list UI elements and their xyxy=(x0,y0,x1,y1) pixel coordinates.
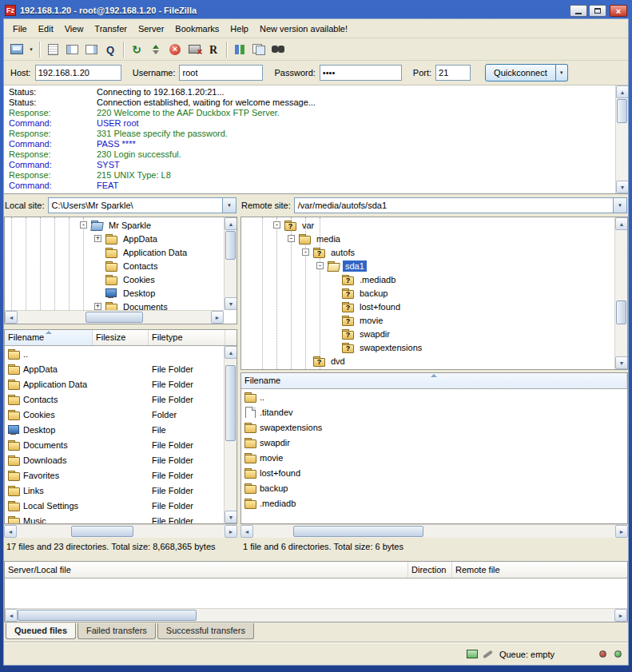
remote-tree-item[interactable]: dvd xyxy=(241,354,627,368)
remote-list-horizontal-scrollbar[interactable] xyxy=(240,524,628,538)
tree-expander-icon[interactable]: - xyxy=(288,235,295,242)
local-file-row[interactable]: Desktop File xyxy=(5,422,224,437)
scroll-up-icon[interactable] xyxy=(225,217,237,230)
remote-tree-item[interactable]: - autofs xyxy=(241,245,627,259)
local-tree-item[interactable]: - Mr Sparkle xyxy=(5,218,237,232)
new-version-notice[interactable]: New version available! xyxy=(254,22,353,36)
scroll-up-icon[interactable] xyxy=(616,85,628,98)
queue-horizontal-scrollbar[interactable] xyxy=(5,608,627,622)
queue-tab[interactable]: Successful transfers xyxy=(157,623,254,639)
queue-tab[interactable]: Failed transfers xyxy=(78,623,156,639)
menu-item[interactable]: Bookmarks xyxy=(169,22,225,36)
local-tree-item[interactable]: + AppData xyxy=(5,232,237,245)
scroll-right-icon[interactable] xyxy=(614,609,627,622)
local-tree-vertical-scrollbar[interactable] xyxy=(224,217,237,310)
menu-item[interactable]: Edit xyxy=(33,22,59,36)
remote-file-row[interactable]: .. xyxy=(241,389,627,404)
synchronized-browsing-button[interactable] xyxy=(249,41,268,58)
message-log-toggle-button[interactable] xyxy=(43,41,62,58)
scroll-left-icon[interactable] xyxy=(240,525,253,538)
scroll-thumb[interactable] xyxy=(85,312,144,323)
log-scroll-track[interactable] xyxy=(616,98,628,181)
scroll-left-icon[interactable] xyxy=(5,609,18,622)
menu-item[interactable]: Help xyxy=(225,22,254,36)
local-file-row[interactable]: Downloads File Folder xyxy=(5,452,224,467)
queue-tab[interactable]: Queued files xyxy=(6,623,76,639)
menu-item[interactable]: Server xyxy=(133,22,169,36)
menu-item[interactable]: View xyxy=(59,22,89,36)
scroll-track[interactable] xyxy=(17,525,225,538)
minimize-button[interactable] xyxy=(570,5,587,17)
remote-file-row[interactable]: swapdir xyxy=(241,435,627,450)
scroll-left-icon[interactable] xyxy=(4,525,17,538)
remote-site-combo[interactable]: /var/media/autofs/sda1 xyxy=(294,197,627,213)
scroll-track[interactable] xyxy=(225,359,237,511)
menu-item[interactable]: File xyxy=(7,22,33,36)
local-tree-toggle-button[interactable] xyxy=(62,41,81,58)
scroll-track[interactable] xyxy=(18,311,211,324)
scroll-right-icon[interactable] xyxy=(211,311,224,324)
scroll-left-icon[interactable] xyxy=(5,311,18,324)
scroll-up-icon[interactable] xyxy=(225,346,237,359)
remote-tree-item[interactable]: backup xyxy=(241,286,627,300)
queue-toggle-button[interactable] xyxy=(101,41,120,58)
process-queue-button[interactable] xyxy=(146,41,165,58)
site-manager-dropdown-button[interactable] xyxy=(26,41,36,58)
log-vertical-scrollbar[interactable] xyxy=(615,85,628,193)
scroll-up-icon[interactable] xyxy=(615,217,628,230)
local-list-vertical-scrollbar[interactable] xyxy=(224,346,237,523)
local-tree-item[interactable]: Contacts xyxy=(5,259,237,272)
remote-tree-item[interactable]: lost+found xyxy=(241,300,627,313)
password-input[interactable] xyxy=(320,65,402,81)
tree-expander-icon[interactable]: + xyxy=(94,235,101,242)
chevron-down-icon[interactable] xyxy=(222,198,236,213)
scroll-down-icon[interactable] xyxy=(225,297,237,310)
scroll-thumb[interactable] xyxy=(225,365,236,441)
menu-item[interactable]: Transfer xyxy=(89,22,133,36)
disconnect-button[interactable] xyxy=(185,41,204,58)
local-file-row[interactable]: Local Settings File Folder xyxy=(5,498,224,513)
local-file-row[interactable]: Cookies Folder xyxy=(5,407,224,422)
column-header-filesize[interactable]: Filesize xyxy=(93,330,149,345)
column-header-direction[interactable]: Direction xyxy=(408,562,452,578)
queue-body[interactable] xyxy=(5,579,627,608)
scroll-right-icon[interactable] xyxy=(615,525,628,538)
quickconnect-dropdown-button[interactable] xyxy=(556,64,568,82)
scroll-thumb[interactable] xyxy=(616,300,626,324)
scroll-track[interactable] xyxy=(18,609,614,622)
remote-tree-item[interactable]: movie xyxy=(241,313,627,327)
remote-file-row[interactable]: .titandev xyxy=(241,404,627,420)
local-tree-item[interactable]: Cookies xyxy=(5,272,237,286)
tree-expander-icon[interactable]: - xyxy=(80,221,87,229)
column-header-filename[interactable]: Filename xyxy=(241,373,627,388)
scroll-down-icon[interactable] xyxy=(225,511,237,523)
site-manager-button[interactable] xyxy=(7,41,26,58)
local-tree-item[interactable]: Desktop xyxy=(5,286,237,300)
local-file-row[interactable]: Music File Folder xyxy=(5,513,224,523)
scroll-right-icon[interactable] xyxy=(225,525,237,538)
local-file-row[interactable]: Documents File Folder xyxy=(5,437,224,452)
close-button[interactable] xyxy=(610,5,627,17)
column-header-server-local-file[interactable]: Server/Local file xyxy=(5,562,408,578)
remote-file-row[interactable]: lost+found xyxy=(241,465,627,480)
remote-tree-item[interactable]: swapextensions xyxy=(241,340,627,354)
find-files-button[interactable] xyxy=(268,41,288,58)
refresh-button[interactable] xyxy=(127,41,146,58)
directory-comparison-button[interactable] xyxy=(230,41,249,58)
host-input[interactable] xyxy=(35,65,121,81)
remote-file-row[interactable]: swapextensions xyxy=(241,420,627,435)
remote-tree-item[interactable]: - media xyxy=(241,232,627,245)
local-file-row[interactable]: Links File Folder xyxy=(5,483,224,498)
scroll-thumb[interactable] xyxy=(71,526,133,537)
scroll-track[interactable] xyxy=(615,230,627,356)
tree-expander-icon[interactable]: - xyxy=(273,221,280,229)
remote-tree-item[interactable]: - var xyxy=(241,218,627,232)
cancel-button[interactable] xyxy=(165,41,185,58)
local-file-row[interactable]: AppData File Folder xyxy=(5,361,224,376)
remote-tree-item[interactable]: swapdir xyxy=(241,327,627,340)
column-header-filename[interactable]: Filename xyxy=(5,330,93,345)
tree-expander-icon[interactable]: - xyxy=(316,262,324,269)
local-site-combo[interactable]: C:\Users\Mr Sparkle\ xyxy=(48,197,237,213)
scroll-down-icon[interactable] xyxy=(616,181,628,193)
scroll-thumb[interactable] xyxy=(18,610,197,621)
